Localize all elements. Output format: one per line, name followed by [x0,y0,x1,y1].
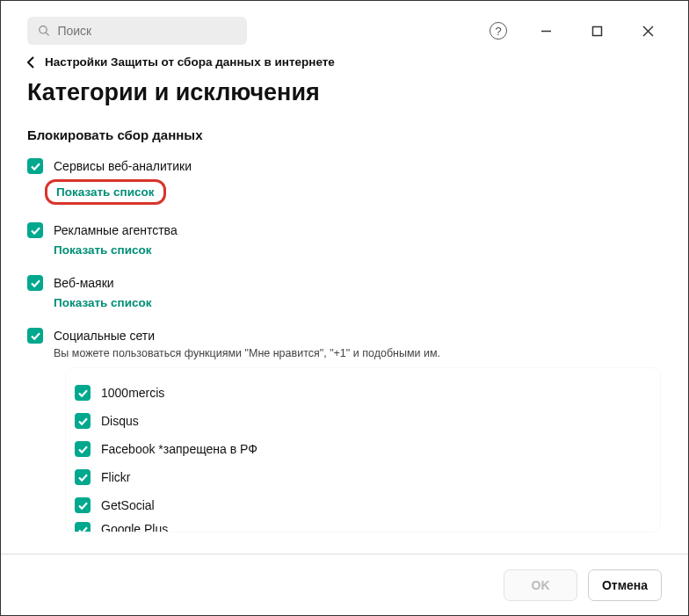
checkbox-subitem[interactable] [75,522,91,532]
social-sub-list: 1000mercis Disqus Facebook *запрещена в … [66,368,660,532]
category-social-networks: Социальные сети Вы можете пользоваться ф… [27,328,662,532]
show-list-link[interactable]: Показать список [54,243,152,257]
minimize-button[interactable] [525,17,567,45]
svg-line-1 [46,33,49,36]
list-item-label: Facebook *запрещена в РФ [101,442,257,456]
show-list-link[interactable]: Показать список [45,179,166,205]
list-item[interactable]: Google Plus [66,519,660,532]
list-item[interactable]: 1000mercis [66,379,660,407]
list-item[interactable]: GetSocial [66,491,660,519]
page-title: Категории и исключения [27,79,662,106]
category-web-beacons: Веб-маяки Показать список [27,275,662,310]
svg-rect-3 [592,26,601,35]
close-button[interactable] [627,17,669,45]
breadcrumb[interactable]: Настройки Защиты от сбора данных в интер… [27,55,662,69]
checkbox-subitem[interactable] [75,441,91,457]
help-icon[interactable]: ? [490,22,507,40]
checkbox-ad-agencies[interactable] [27,222,43,238]
list-item-label: Google Plus [101,522,168,532]
category-web-analytics: Сервисы веб-аналитики Показать список [27,158,662,205]
list-item-label: 1000mercis [101,386,164,400]
checkbox-subitem[interactable] [75,385,91,401]
show-list-link[interactable]: Показать список [54,296,152,309]
cancel-button[interactable]: Отмена [588,569,662,601]
category-label: Рекламные агентства [54,223,178,237]
list-item-label: Disqus [101,414,139,428]
checkbox-web-beacons[interactable] [27,275,43,291]
category-label: Социальные сети [54,329,155,343]
section-header: Блокировать сбор данных [27,127,662,142]
footer: OK Отмена [1,554,688,615]
list-item[interactable]: Facebook *запрещена в РФ [66,435,660,463]
search-box[interactable] [27,17,247,45]
ok-button: OK [504,569,577,601]
list-item[interactable]: Disqus [66,407,660,435]
category-ad-agencies: Рекламные агентства Показать список [27,222,662,257]
list-item-label: GetSocial [101,498,155,512]
checkbox-social-networks[interactable] [27,328,43,344]
checkbox-subitem[interactable] [75,497,91,513]
svg-point-0 [40,26,47,33]
checkbox-web-analytics[interactable] [27,158,43,174]
breadcrumb-label: Настройки Защиты от сбора данных в интер… [45,55,335,69]
search-icon [38,24,50,38]
category-label: Сервисы веб-аналитики [54,159,192,173]
category-label: Веб-маяки [54,276,114,290]
maximize-button[interactable] [576,17,618,45]
checkbox-subitem[interactable] [75,413,91,429]
chevron-left-icon [27,56,34,69]
category-desc: Вы можете пользоваться функциями "Мне нр… [54,347,662,359]
checkbox-subitem[interactable] [75,469,91,485]
search-input[interactable] [57,24,236,38]
list-item[interactable]: Flickr [66,463,660,491]
list-item-label: Flickr [101,470,130,484]
